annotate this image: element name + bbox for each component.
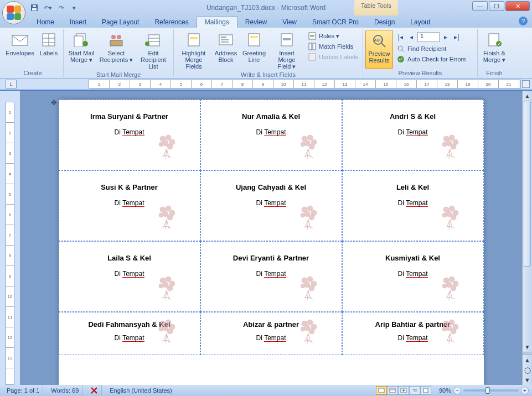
office-button[interactable] [2, 1, 25, 24]
svg-point-53 [449, 135, 454, 140]
zoom-slider[interactable] [463, 389, 519, 392]
preview-results-button[interactable]: ABCPreview Results [365, 30, 393, 69]
finish-merge-button[interactable]: Finish & Merge ▾ [480, 30, 509, 69]
start-mail-merge-button[interactable]: Start Mail Merge ▾ [66, 30, 97, 71]
scroll-down-button[interactable]: ▼ [523, 342, 532, 352]
tab-view[interactable]: View [275, 17, 304, 28]
label-cell[interactable]: Nur Amalia & KelDi Tempat [200, 100, 342, 170]
next-page-button[interactable]: ▼ [523, 375, 532, 385]
svg-point-101 [307, 320, 313, 325]
label-cell[interactable]: Andri S & KelDi Tempat [342, 100, 484, 170]
svg-point-92 [451, 285, 456, 291]
scroll-thumb[interactable] [524, 101, 531, 267]
label-cell[interactable]: Abizar & partnerDi Tempat [200, 312, 342, 355]
select-recipients-button[interactable]: Select Recipients ▾ [98, 30, 135, 71]
svg-point-95 [166, 320, 171, 325]
close-button[interactable]: ✕ [505, 1, 530, 11]
tab-layout[interactable]: Layout [402, 17, 438, 28]
prev-page-button[interactable]: ▲ [523, 355, 532, 365]
labels-button[interactable]: Labels [37, 30, 61, 69]
flower-icon [438, 203, 462, 231]
undo-icon[interactable]: ↶▾ [42, 2, 53, 13]
flower-icon [154, 203, 179, 231]
tab-page-layout[interactable]: Page Layout [94, 17, 147, 28]
table-anchor-icon[interactable]: ✥ [51, 98, 57, 107]
tab-home[interactable]: Home [29, 17, 62, 28]
last-record-button[interactable]: ▸| [452, 32, 462, 42]
label-cell[interactable]: Laila S & KelDi Tempat [59, 241, 200, 312]
label-cell[interactable]: Susi K & PartnerDi Tempat [59, 170, 200, 241]
label-cell[interactable]: Dedi Fahmansyah & KelDi Tempat [59, 312, 200, 355]
insert-merge-field-button[interactable]: Insert Merge Field ▾ [269, 30, 304, 71]
tab-insert[interactable]: Insert [62, 17, 94, 28]
horizontal-ruler[interactable]: 123456789101112131415161718192021 [89, 80, 521, 88]
address-block-button[interactable]: Address Block [213, 30, 239, 71]
help-icon[interactable]: ? [519, 17, 528, 25]
outline-view[interactable] [409, 386, 420, 395]
vertical-scrollbar[interactable]: ▲ ▼ ▲ ◯ ▼ [522, 91, 532, 385]
draft-view[interactable] [420, 386, 431, 395]
scroll-up-button[interactable]: ▲ [523, 91, 532, 101]
tab-references[interactable]: References [147, 17, 196, 28]
tab-selector[interactable]: L [6, 80, 17, 88]
web-layout-view[interactable] [398, 386, 409, 395]
browse-object-button[interactable]: ◯ [523, 365, 532, 375]
auto-check-errors-button[interactable]: Auto Check for Errors [394, 54, 475, 64]
full-screen-view[interactable] [387, 386, 398, 395]
highlight-merge-fields-button[interactable]: Highlight Merge Fields [176, 30, 211, 71]
print-layout-view[interactable] [376, 386, 387, 395]
tab-mailings[interactable]: Mailings [197, 16, 237, 28]
language-indicator[interactable]: English (United States) [106, 385, 175, 396]
recipient-name: Kusmiyati & Kel [385, 254, 440, 262]
greeting-line-button[interactable]: Greeting Line [240, 30, 268, 71]
tab-design[interactable]: Design [366, 17, 402, 28]
record-number-input[interactable]: 1 [417, 32, 440, 42]
svg-rect-31 [309, 54, 316, 60]
tab-review[interactable]: Review [237, 17, 275, 28]
ribbon: Envelopes Labels Create Start Mail Merge… [0, 28, 532, 79]
location-text: Di Tempat [256, 334, 286, 342]
svg-point-104 [309, 329, 314, 334]
svg-point-110 [451, 329, 456, 334]
vertical-ruler[interactable]: 12345678910111213 [6, 102, 14, 385]
scroll-track[interactable] [523, 267, 532, 342]
tab-smart-ocr-pro[interactable]: Smart OCR Pro [304, 17, 366, 28]
zoom-out-button[interactable]: − [453, 387, 461, 394]
label-cell[interactable]: Kusmiyati & KelDi Tempat [342, 241, 484, 312]
edit-recipient-list-button[interactable]: Edit Recipient List [136, 30, 171, 71]
prev-record-button[interactable]: ◂ [406, 32, 416, 42]
update-labels-button[interactable]: Update Labels [306, 52, 360, 62]
redo-icon[interactable]: ↷ [55, 2, 66, 13]
zoom-level[interactable]: 90% [439, 387, 451, 394]
location-text: Di Tempat [397, 334, 427, 342]
label-cell[interactable]: Devi Eryanti & PartnerDi Tempat [200, 241, 342, 312]
label-cell[interactable]: Irma Suryani & PartnerDi Tempat [59, 100, 200, 170]
document-viewport[interactable]: ✥ Irma Suryani & PartnerDi Tempat Nur Am… [20, 91, 522, 385]
envelopes-button[interactable]: Envelopes [4, 30, 35, 69]
location-text: Di Tempat [397, 199, 427, 207]
flower-icon [438, 274, 462, 301]
save-icon[interactable] [29, 2, 40, 13]
match-fields-button[interactable]: Match Fields [306, 41, 360, 51]
proofing-indicator[interactable] [87, 385, 102, 396]
label-cell[interactable]: Leli & KelDi Tempat [342, 170, 484, 241]
next-record-button[interactable]: ▸ [441, 32, 451, 42]
svg-rect-19 [190, 37, 198, 39]
first-record-button[interactable]: |◂ [395, 32, 405, 42]
zoom-slider-thumb[interactable] [485, 387, 490, 394]
zoom-in-button[interactable]: + [521, 387, 529, 394]
label-cell[interactable]: Ujang Cahyadi & KelDi Tempat [200, 170, 342, 241]
svg-point-93 [442, 284, 447, 288]
svg-rect-29 [309, 43, 312, 50]
find-recipient-button[interactable]: Find Recipient [394, 44, 475, 54]
minimize-button[interactable]: — [472, 1, 488, 11]
maximize-button[interactable]: ☐ [489, 1, 504, 11]
rules-button[interactable]: Rules ▾ [306, 31, 360, 41]
label-cell[interactable]: Arip Bahtiar & partnerDi Tempat [342, 312, 484, 355]
page-indicator[interactable]: Page: 1 of 1 [3, 385, 43, 396]
recipient-name: Andri S & Kel [390, 112, 436, 121]
qat-customize-icon[interactable]: ▾ [69, 2, 80, 13]
word-count[interactable]: Words: 69 [48, 385, 82, 396]
flower-icon [154, 274, 179, 301]
ruler-toggle-button[interactable] [522, 80, 530, 88]
